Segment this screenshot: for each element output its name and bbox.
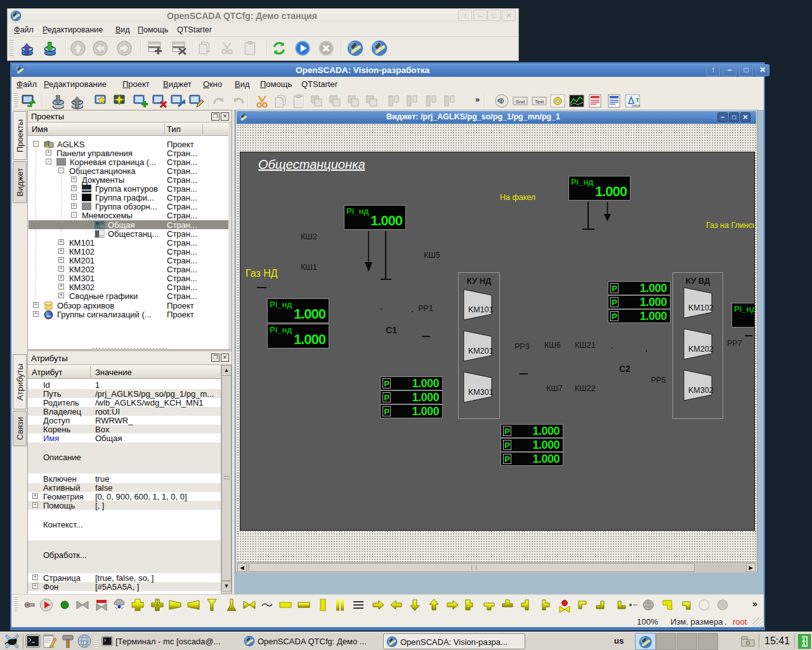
svg-text:value: value [632,103,640,107]
svg-text:Snd: Snd [516,99,525,105]
svg-text:Text: Text [535,99,544,105]
svg-text:T: T [636,97,639,103]
